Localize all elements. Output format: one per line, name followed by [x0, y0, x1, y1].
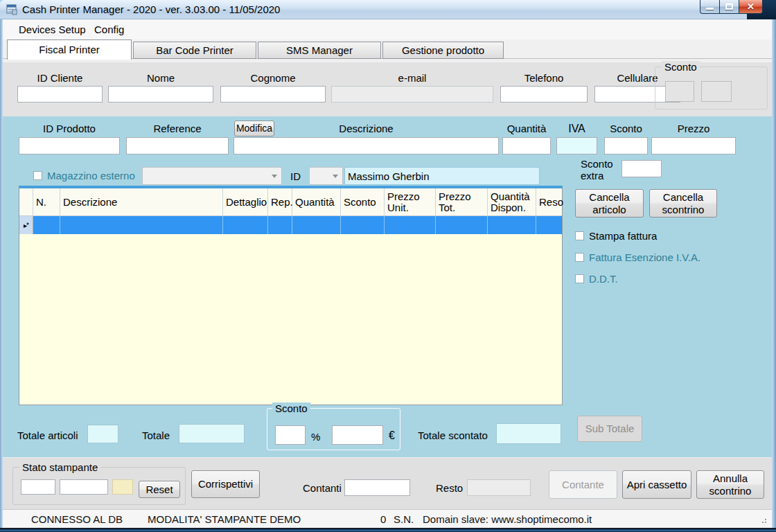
magazzino-esterno-label: Magazzino esterno	[47, 170, 135, 181]
grid-cell	[341, 216, 385, 234]
cognome-input[interactable]	[220, 86, 326, 103]
totale-label: Totale	[142, 429, 170, 441]
operator-id-combo	[309, 167, 343, 185]
iva-label: IVA	[556, 123, 597, 135]
grid-header-quantita-dispon: Quantità Dispon.	[488, 188, 536, 216]
app-window: Cash Printer Manager - 2020 - ver. 3.03.…	[0, 0, 776, 532]
nome-input[interactable]	[108, 86, 213, 103]
contante-button: Contante	[549, 470, 617, 499]
status-domain: Domain slave: www.shoptimecomo.it	[423, 510, 592, 529]
totale-articoli-label: Totale articoli	[17, 429, 78, 441]
tab-fiscal-printer[interactable]: Fiscal Printer	[7, 39, 132, 60]
operator-input[interactable]	[344, 167, 540, 185]
sconto-percent-input[interactable]	[275, 425, 306, 445]
tabstrip: Fiscal Printer Bar Code Printer SMS Mana…	[3, 39, 772, 59]
grid-cell	[436, 216, 488, 234]
grid-cell	[268, 216, 292, 234]
articles-grid: N. Descrizione Dettaglio Rep. Quantità S…	[19, 186, 563, 405]
cancella-articolo-button[interactable]: Cancella articolo	[575, 189, 644, 218]
checkbox-ddt[interactable]: D.D.T.	[575, 273, 618, 285]
euro-label: €	[389, 429, 395, 442]
telefono-input[interactable]	[500, 86, 588, 103]
grid-header-prezzo-unit: Prezzo Unit.	[385, 188, 436, 216]
grid-header-rep: Rep.	[268, 188, 292, 216]
totale-field	[179, 424, 245, 443]
customer-sconto-field-1	[665, 81, 694, 102]
status-modalita: MODALITA' STAMPANTE DEMO	[148, 510, 301, 529]
grid-empty-body	[19, 234, 562, 402]
quantita-label: Quantità	[502, 123, 551, 134]
app-icon	[6, 4, 17, 15]
close-button[interactable]: ✕	[739, 0, 763, 14]
resize-grip[interactable]	[759, 519, 766, 526]
nome-label: Nome	[108, 72, 213, 84]
contanti-label: Contanti	[303, 482, 342, 494]
tab-bar-code-printer[interactable]: Bar Code Printer	[133, 42, 256, 59]
id-prodotto-label: ID Prodotto	[19, 123, 120, 134]
checkbox-fattura-esenzione[interactable]: Fattura Esenzione I.V.A.	[575, 251, 700, 263]
status-connesso: CONNESSO AL DB	[31, 510, 123, 529]
corrispettivi-button[interactable]: Corrispettivi	[191, 470, 260, 498]
descrizione-input[interactable]	[233, 137, 499, 154]
grid-new-row[interactable]: ▸*	[19, 216, 562, 234]
totale-articoli-field	[87, 425, 118, 443]
grid-cell	[292, 216, 341, 234]
magazzino-combo	[142, 167, 282, 185]
stato-field-2	[60, 479, 108, 495]
email-input	[331, 86, 493, 103]
window-border-left	[0, 19, 3, 528]
email-label: e-mail	[331, 72, 493, 84]
status-bar: CONNESSO AL DB MODALITA' STAMPANTE DEMO …	[3, 509, 772, 528]
stato-stampante-legend: Stato stampante	[19, 461, 100, 473]
grid-cell	[385, 216, 436, 234]
menu-item-config[interactable]: Config	[93, 19, 125, 39]
grid-row-selector: ▸*	[19, 216, 33, 234]
contanti-input[interactable]	[344, 479, 410, 496]
status-sn: S.N.	[394, 510, 414, 529]
window-border-bottom	[0, 528, 776, 532]
checkbox-stampa-fattura[interactable]: Stampa fattura	[575, 230, 657, 242]
checkbox-box	[575, 253, 584, 262]
prezzo-input[interactable]	[651, 137, 736, 154]
grid-header-row: N. Descrizione Dettaglio Rep. Quantità S…	[19, 188, 562, 216]
stampa-fattura-label: Stampa fattura	[589, 230, 657, 242]
grid-cell	[223, 216, 268, 234]
window-title: Cash Printer Manager - 2020 - ver. 3.03.…	[22, 0, 280, 19]
sconto-extra-label: Sconto extra	[581, 158, 622, 181]
apri-cassetto-button[interactable]: Apri cassetto	[622, 470, 691, 499]
sconto-euro-input[interactable]	[332, 425, 383, 445]
grid-header-sconto: Sconto	[341, 188, 385, 216]
menu-item-devices-setup[interactable]: Devices Setup	[17, 19, 87, 39]
close-icon: ✕	[747, 2, 755, 11]
id-cliente-input[interactable]	[17, 86, 103, 103]
id-prodotto-input[interactable]	[19, 137, 120, 154]
tab-gestione-prodotto[interactable]: Gestione prodotto	[382, 42, 504, 59]
tab-sms-manager[interactable]: SMS Manager	[258, 42, 381, 59]
percent-label: %	[311, 431, 320, 443]
resto-label: Resto	[436, 482, 463, 494]
customer-sconto-legend: Sconto	[662, 61, 700, 73]
iva-input[interactable]	[556, 137, 597, 154]
quantita-input[interactable]	[502, 137, 551, 154]
checkbox-box	[33, 171, 42, 180]
checkbox-box	[575, 231, 584, 240]
product-sconto-input[interactable]	[604, 137, 648, 154]
customer-sconto-field-2	[701, 81, 732, 102]
reference-input[interactable]	[126, 137, 229, 154]
descrizione-label: Descrizione	[233, 123, 499, 134]
grid-header-selector	[19, 188, 33, 216]
totale-scontato-label: Totale scontato	[418, 429, 488, 441]
sconto-extra-input[interactable]	[621, 160, 662, 177]
reference-label: Reference	[126, 123, 229, 134]
annulla-scontrino-button[interactable]: Annulla scontrino	[696, 470, 764, 499]
reset-button[interactable]: Reset	[139, 481, 180, 498]
cancella-scontrino-button[interactable]: Cancella scontrino	[649, 189, 717, 218]
chevron-down-icon	[333, 175, 338, 178]
operator-id-label: ID	[290, 170, 301, 182]
totals-sconto-legend: Sconto	[272, 402, 310, 414]
stato-field-1	[21, 479, 55, 495]
sub-totale-button: Sub Totale	[577, 416, 642, 442]
magazzino-esterno-checkbox[interactable]: Magazzino esterno	[33, 170, 135, 181]
minimize-button[interactable]	[700, 0, 720, 14]
maximize-button[interactable]	[720, 0, 739, 14]
